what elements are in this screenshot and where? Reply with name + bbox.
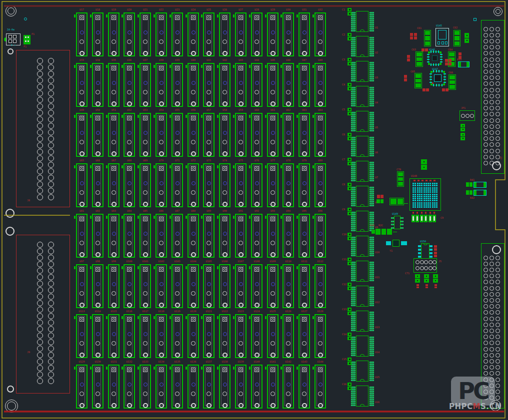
bga-ball <box>417 204 418 206</box>
relay-bottom-pad <box>96 353 100 358</box>
connector-pad <box>490 142 494 147</box>
dip-pad <box>351 74 356 75</box>
dip-pad <box>351 99 356 100</box>
dip8-pad <box>418 256 421 258</box>
regulator-pin <box>442 41 444 44</box>
relay-bottom-pad <box>286 403 291 408</box>
dip-pad <box>351 139 356 140</box>
connector-pad <box>37 97 43 103</box>
dip-pad <box>370 212 374 213</box>
connector-pad <box>484 136 488 141</box>
connector-pad <box>496 353 500 358</box>
relay-mid-pad <box>175 341 180 346</box>
dip-pad <box>351 97 356 98</box>
connector-pad <box>37 129 43 135</box>
connector-pad <box>496 112 500 116</box>
relay-pin1-notch <box>312 65 314 68</box>
connector-pad <box>490 371 494 376</box>
relay-bottom-pad <box>112 403 116 408</box>
relay-pin1-notch <box>90 266 92 269</box>
bga-ball <box>421 185 422 186</box>
relay-coil-pad <box>144 81 148 85</box>
relay-designator: U101 <box>138 260 153 263</box>
component-pad <box>454 41 460 45</box>
dip-ic-notch <box>360 154 364 157</box>
relay-mid-pad <box>175 140 180 144</box>
dip-pad <box>370 114 374 115</box>
bga-ball <box>421 189 422 191</box>
component-pad <box>450 80 455 84</box>
bga-ball <box>421 198 422 199</box>
relay-mid-pad <box>80 140 84 144</box>
relay-designator: U141 <box>265 361 280 363</box>
connector-pad <box>48 168 54 174</box>
relay-coil-pad <box>160 332 164 336</box>
relay-pin1-notch <box>186 165 187 168</box>
bga-ball <box>432 185 434 186</box>
solder-pad-bottom <box>404 75 407 78</box>
bga-ball <box>424 196 425 197</box>
relay-designator: U102 <box>154 260 169 263</box>
relay-pin1-notch <box>201 367 202 370</box>
relay-pin1-notch <box>138 14 139 17</box>
dip8-pad <box>430 252 432 254</box>
relay-bottom-pad <box>175 403 180 408</box>
relay-designator: U82 <box>90 210 106 212</box>
dip-pad <box>370 270 374 271</box>
header-pad-inner <box>412 216 414 221</box>
component-pad <box>425 41 430 45</box>
dip-pad <box>370 387 374 388</box>
bypass-cap-hole <box>349 163 350 164</box>
relay-bottom-pad <box>206 202 212 207</box>
relay-designator: U110 <box>280 260 296 263</box>
connector-pad <box>484 262 488 266</box>
bga-ball <box>432 196 434 197</box>
relay-coil-pad <box>192 131 196 135</box>
relay-designator: U99 <box>106 260 122 263</box>
relay-coil-pad <box>80 383 84 387</box>
component-pad <box>398 199 404 204</box>
solder-pad-bottom <box>407 55 410 58</box>
bga-ball <box>421 202 422 204</box>
capacitor-designator: C8 <box>342 183 345 186</box>
dip-pad <box>370 93 374 94</box>
dip-pad <box>351 347 356 348</box>
qfp-pad <box>427 59 430 60</box>
bga-ball <box>412 185 414 186</box>
relay-coil-pad <box>112 131 116 135</box>
relay-pin1-notch <box>280 216 282 219</box>
mounting-hole-small <box>492 245 501 254</box>
relay-pin1-notch <box>280 165 282 168</box>
connector-pad <box>37 281 43 287</box>
dip-pad <box>370 180 374 181</box>
connector-pad <box>48 365 54 371</box>
relay-pin1-notch <box>122 165 123 168</box>
bga-ball <box>419 196 420 197</box>
relay-mid-pad <box>286 39 290 44</box>
dip-pad <box>351 205 356 206</box>
bypass-cap-hole <box>349 388 350 389</box>
relay-mid-pad <box>206 392 211 396</box>
relay-coil-pad <box>176 81 180 85</box>
relay-pin1-notch <box>90 14 92 17</box>
bypass-cap-hole <box>349 34 350 35</box>
connector-pad <box>490 347 494 352</box>
connector-pad <box>48 97 54 103</box>
connector-pad <box>484 69 488 74</box>
relay-pin1-notch <box>74 316 76 319</box>
relay-pin1-hole <box>224 167 226 170</box>
solder-pad-bottom <box>412 212 414 214</box>
dip-ic-notch <box>360 329 364 332</box>
connector-pad <box>484 335 488 339</box>
connector-pad <box>48 320 54 326</box>
relay-pin1-notch <box>296 266 298 269</box>
relay-bottom-pad <box>254 101 260 106</box>
relay-designator: U59 <box>233 109 248 111</box>
bga-ball <box>428 204 429 206</box>
relay-pin1-notch <box>138 65 139 68</box>
relay-designator: U57 <box>201 109 216 111</box>
relay-pin1-notch <box>122 316 123 319</box>
component-pad <box>28 40 29 42</box>
relay-coil-pad <box>223 181 227 185</box>
power-connector-pad <box>8 39 12 43</box>
